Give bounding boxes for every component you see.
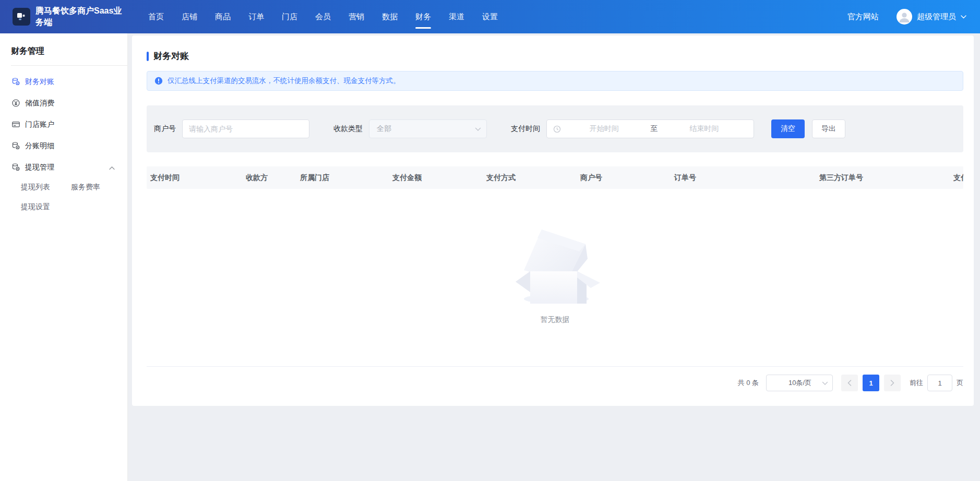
nav-item-channels[interactable]: 渠道 [449, 0, 464, 33]
prev-page-button[interactable] [841, 375, 858, 391]
sidebar: 财务管理 财务对账 储值消费 门店账户 [0, 33, 128, 481]
column-header-pay-method: 支付方式 [486, 166, 516, 189]
sidebar-item-finance-reconciliation[interactable]: 财务对账 [0, 71, 127, 92]
column-header-pay-time: 支付时间 [150, 166, 180, 189]
submenu-label: 服务费率 [71, 183, 100, 192]
submenu-item-service-rate[interactable]: 服务费率 [71, 178, 127, 197]
user-avatar-icon [897, 9, 912, 25]
sidebar-item-label: 储值消费 [25, 99, 54, 108]
chevron-up-icon [109, 163, 115, 172]
column-header-pay-truncated: 支付 [953, 166, 963, 189]
chevron-down-icon [475, 124, 481, 134]
brand-logo-icon [13, 8, 30, 26]
page-unit-label: 页 [957, 378, 963, 388]
sidebar-item-store-accounts[interactable]: 门店账户 [0, 114, 127, 135]
clock-icon [553, 125, 561, 133]
pagination: 共 0 条 10条/页 1 前往 页 [147, 375, 963, 391]
column-header-payee: 收款方 [246, 166, 268, 189]
sidebar-title: 财务管理 [0, 33, 127, 65]
column-header-amount: 支付金额 [392, 166, 422, 189]
total-count: 共 0 条 [738, 378, 759, 388]
nav-label: 店铺 [182, 12, 197, 22]
main-content: 财务对账 仅汇总线上支付渠道的交易流水，不统计使用余额支付、现金支付等方式。 商… [128, 33, 980, 481]
user-menu[interactable]: 超级管理员 [897, 9, 966, 25]
nav-label: 设置 [482, 12, 498, 22]
column-header-third-party-no: 第三方订单号 [819, 166, 863, 189]
brand-title: 腾马餐饮多商户Saas业务端 [35, 5, 127, 28]
sidebar-item-label: 财务对账 [25, 77, 54, 87]
submenu-item-withdrawal-list[interactable]: 提现列表 [21, 178, 71, 197]
nav-item-orders[interactable]: 订单 [248, 0, 264, 33]
sidebar-item-withdrawal-management[interactable]: 提现管理 [0, 157, 127, 178]
clear-button[interactable]: 清空 [771, 119, 805, 138]
sidebar-item-label: 门店账户 [25, 120, 54, 129]
nav-label: 首页 [148, 12, 164, 22]
filter-bar: 商户号 收款类型 全部 支付时间 开始时间 至 结束时间 清 [147, 105, 963, 152]
content-card: 财务对账 仅汇总线上支付渠道的交易流水，不统计使用余额支付、现金支付等方式。 商… [132, 35, 974, 406]
empty-box-illustration [508, 219, 602, 308]
bank-card-icon [11, 120, 20, 129]
column-header-order-no: 订单号 [674, 166, 696, 189]
divider [11, 65, 127, 66]
nav-item-finance[interactable]: 财务 [415, 0, 431, 33]
nav-label: 订单 [248, 12, 264, 22]
nav-label: 商品 [215, 12, 231, 22]
page-title: 财务对账 [153, 50, 189, 62]
ledger-coins-icon [11, 163, 20, 172]
nav-label: 数据 [382, 12, 398, 22]
end-time-placeholder[interactable]: 结束时间 [661, 124, 748, 134]
nav-item-home[interactable]: 首页 [148, 0, 164, 33]
nav-item-marketing[interactable]: 营销 [349, 0, 364, 33]
column-header-merchant-no: 商户号 [580, 166, 602, 189]
nav-item-goods[interactable]: 商品 [215, 0, 231, 33]
sidebar-item-split-details[interactable]: 分账明细 [0, 135, 127, 157]
start-time-placeholder[interactable]: 开始时间 [561, 124, 648, 134]
goto-label: 前往 [910, 378, 923, 388]
chevron-down-icon [961, 15, 966, 19]
info-icon [154, 77, 163, 85]
header-right: 官方网站 超级管理员 [847, 9, 980, 25]
payment-type-label: 收款类型 [333, 124, 363, 134]
active-underline [415, 27, 431, 29]
table-empty-body: 暂无数据 [147, 189, 963, 367]
goto-page-input[interactable] [927, 375, 952, 391]
nav-label: 门店 [282, 12, 297, 22]
page-title-row: 财务对账 [147, 50, 963, 62]
table-header: 支付时间 收款方 所属门店 支付金额 支付方式 商户号 订单号 第三方订单号 支… [147, 166, 963, 189]
page-size-value: 10条/页 [778, 378, 822, 388]
next-page-button[interactable] [884, 375, 901, 391]
page-size-select[interactable]: 10条/页 [766, 375, 833, 391]
sidebar-item-stored-value[interactable]: 储值消费 [0, 92, 127, 114]
withdrawal-submenu: 提现列表 服务费率 提现设置 [0, 178, 127, 217]
column-header-store: 所属门店 [300, 166, 329, 189]
chevron-down-icon [822, 378, 828, 388]
title-accent-bar [147, 52, 149, 61]
notice-banner: 仅汇总线上支付渠道的交易流水，不统计使用余额支付、现金支付等方式。 [147, 71, 963, 91]
payment-time-label: 支付时间 [511, 124, 540, 134]
date-range-picker[interactable]: 开始时间 至 结束时间 [546, 119, 754, 138]
nav-item-settings[interactable]: 设置 [482, 0, 498, 33]
payment-type-select[interactable]: 全部 [369, 119, 487, 138]
page-number-current[interactable]: 1 [863, 375, 879, 391]
nav-item-stores[interactable]: 门店 [282, 0, 297, 33]
yen-circle-icon [11, 99, 20, 107]
submenu-item-withdrawal-settings[interactable]: 提现设置 [21, 198, 71, 217]
nav-label: 渠道 [449, 12, 464, 22]
range-separator: 至 [648, 124, 661, 134]
user-name: 超级管理员 [917, 12, 956, 22]
export-button[interactable]: 导出 [812, 119, 845, 138]
payment-type-value: 全部 [377, 124, 475, 134]
nav-label: 会员 [315, 12, 331, 22]
submenu-label: 提现设置 [21, 202, 50, 212]
brand: 腾马餐饮多商户Saas业务端 [0, 5, 137, 28]
submenu-label: 提现列表 [21, 183, 50, 192]
official-site-link[interactable]: 官方网站 [847, 12, 879, 22]
ledger-coins-icon [11, 141, 20, 150]
nav-item-members[interactable]: 会员 [315, 0, 331, 33]
top-header: 腾马餐饮多商户Saas业务端 首页 店铺 商品 订单 门店 会员 营销 数据 财… [0, 0, 980, 33]
nav-item-data[interactable]: 数据 [382, 0, 398, 33]
sidebar-item-label: 提现管理 [25, 163, 54, 172]
sidebar-item-label: 分账明细 [25, 141, 54, 151]
merchant-input[interactable] [182, 119, 309, 138]
nav-item-shop[interactable]: 店铺 [182, 0, 197, 33]
